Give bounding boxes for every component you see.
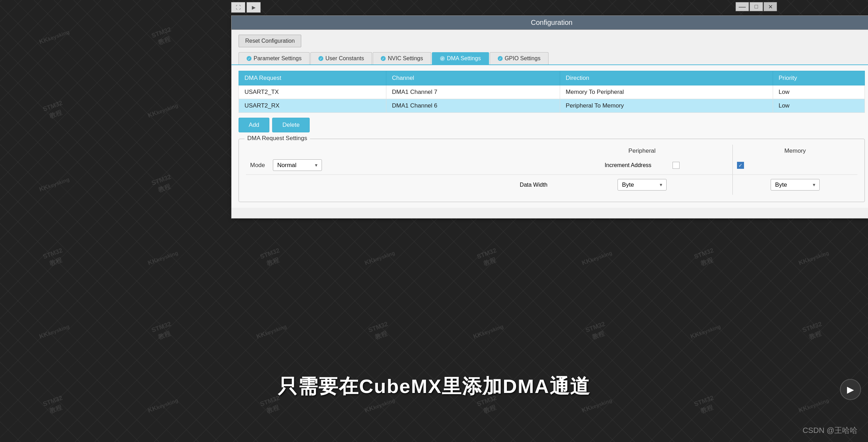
watermark-cell: KKkeysking (425, 278, 552, 385)
dma-request-settings-group: DMA Request Settings Peripheral Memory (239, 139, 865, 202)
direction-cell: Memory To Peripheral (560, 85, 773, 99)
screen-button[interactable]: ▶ (247, 2, 261, 13)
watermark-cell: STM32教程 (425, 205, 552, 311)
watermark-cell: STM32教程 (99, 131, 226, 237)
peripheral-data-width-cell: Byte Half Word Word (552, 175, 732, 195)
settings-group-legend: DMA Request Settings (244, 135, 310, 142)
expand-button[interactable]: ⛶ (231, 2, 245, 13)
action-buttons: Add Delete (239, 118, 865, 132)
subtitle-text: 只需要在CubeMX里添加DMA通道 (0, 373, 868, 400)
settings-table: Peripheral Memory Mode N (246, 145, 857, 195)
watermark-cell: STM32教程 (533, 278, 660, 385)
col-header-channel: Channel (386, 71, 560, 85)
tab-label: DMA Settings (447, 55, 481, 62)
mode-label: Mode (250, 162, 265, 169)
watermark-cell: STM32教程 (750, 278, 868, 385)
footer-label: CSDN @王哈哈 (802, 425, 857, 436)
watermark-cell: KKkeysking (533, 205, 660, 311)
reset-area: Reset Configuration (232, 30, 868, 52)
direction-cell: Peripheral To Memory (560, 99, 773, 113)
configuration-header: Configuration (232, 16, 868, 30)
priority-cell: Low (773, 99, 864, 113)
watermark-cell: KKkeysking (99, 205, 226, 311)
peripheral-data-width-select[interactable]: Byte Half Word Word (618, 179, 667, 191)
peripheral-increment-checkbox[interactable] (673, 162, 680, 169)
tab-label: User Constants (325, 55, 364, 62)
dma-request-cell: USART2_TX (239, 85, 386, 99)
increment-address-cell: Increment Address (552, 156, 732, 175)
watermark-cell: STM32教程 (99, 0, 226, 90)
tab-check-icon: ✓ (381, 56, 386, 61)
config-title: Configuration (531, 19, 573, 26)
tab-label: Parameter Settings (254, 55, 302, 62)
watermark-cell: STM32教程 (642, 205, 769, 311)
minimize-button[interactable]: — (736, 2, 749, 11)
dma-table: DMA Request Channel Direction Priority U… (239, 71, 865, 113)
tab-user-constants[interactable]: ✓ User Constants (310, 52, 372, 64)
watermark-cell: STM32教程 (0, 57, 118, 164)
tab-parameter-settings[interactable]: ✓ Parameter Settings (239, 52, 310, 64)
dma-settings-content: DMA Request Channel Direction Priority U… (232, 65, 868, 208)
tv-icon[interactable]: ▶ (840, 379, 861, 400)
peripheral-data-width-select-wrapper: Byte Half Word Word (618, 179, 667, 191)
close-button[interactable]: ✕ (764, 2, 777, 11)
watermark-cell: KKkeysking (642, 278, 769, 385)
watermark-cell: KKkeysking (750, 205, 868, 311)
table-row[interactable]: USART2_TX DMA1 Channel 7 Memory To Perip… (239, 85, 865, 99)
tab-dma-settings[interactable]: ✓ DMA Settings (432, 52, 489, 64)
tab-bar: ✓ Parameter Settings ✓ User Constants ✓ … (232, 52, 868, 65)
dma-request-cell: USART2_RX (239, 99, 386, 113)
priority-cell: Low (773, 85, 864, 99)
increment-address-label: Increment Address (605, 162, 651, 168)
col-header-priority: Priority (773, 71, 864, 85)
tab-check-icon: ✓ (318, 56, 323, 61)
watermark-cell: KKkeysking (99, 57, 226, 164)
memory-data-width-select[interactable]: Byte Half Word Word (771, 179, 820, 191)
peripheral-column-header: Peripheral (552, 145, 732, 156)
watermark-cell: KKkeysking (0, 131, 118, 237)
memory-data-width-select-wrapper: Byte Half Word Word (771, 179, 820, 191)
memory-column-header: Memory (733, 145, 857, 156)
watermark-cell: KKkeysking (316, 205, 443, 311)
settings-top-row: Mode Normal Circular (246, 156, 857, 175)
configuration-window: Configuration Reset Configuration ✓ Para… (231, 15, 868, 219)
reset-configuration-button[interactable]: Reset Configuration (239, 35, 301, 47)
memory-increment-checkbox[interactable]: ✓ (737, 162, 744, 169)
tab-gpio-settings[interactable]: ✓ GPIO Settings (490, 52, 549, 64)
spacer-cell (246, 145, 552, 156)
memory-increment-cell: ✓ (733, 156, 857, 175)
data-width-label-cell: Data Width (246, 175, 552, 195)
tab-label: GPIO Settings (505, 55, 540, 62)
watermark-cell: STM32教程 (0, 205, 118, 311)
maximize-button[interactable]: □ (750, 2, 763, 11)
data-width-row: Data Width Byte Half Word Word (246, 175, 857, 195)
tab-nvic-settings[interactable]: ✓ NVIC Settings (373, 52, 431, 64)
tab-check-icon: ✓ (440, 56, 445, 61)
tab-check-icon: ✓ (247, 56, 252, 61)
col-header-dma-request: DMA Request (239, 71, 386, 85)
mode-cell: Mode Normal Circular (246, 156, 552, 175)
data-width-label: Data Width (520, 182, 547, 188)
col-header-direction: Direction (560, 71, 773, 85)
channel-cell: DMA1 Channel 7 (386, 85, 560, 99)
watermark-cell: STM32教程 (99, 278, 226, 385)
watermark-cell: STM32教程 (316, 278, 443, 385)
channel-cell: DMA1 Channel 6 (386, 99, 560, 113)
watermark-cell: KKkeysking (208, 278, 335, 385)
mode-select[interactable]: Normal Circular (273, 159, 322, 171)
add-button[interactable]: Add (239, 118, 269, 132)
watermark-cell: STM32教程 (208, 205, 335, 311)
memory-data-width-cell: Byte Half Word Word (733, 175, 857, 195)
tab-label: NVIC Settings (388, 55, 423, 62)
tab-check-icon: ✓ (498, 56, 503, 61)
table-row[interactable]: USART2_RX DMA1 Channel 6 Peripheral To M… (239, 99, 865, 113)
delete-button[interactable]: Delete (272, 118, 310, 132)
watermark-cell: KKkeysking (0, 278, 118, 385)
mode-select-wrapper: Normal Circular (273, 159, 322, 171)
watermark-cell: KKkeysking (0, 0, 118, 90)
